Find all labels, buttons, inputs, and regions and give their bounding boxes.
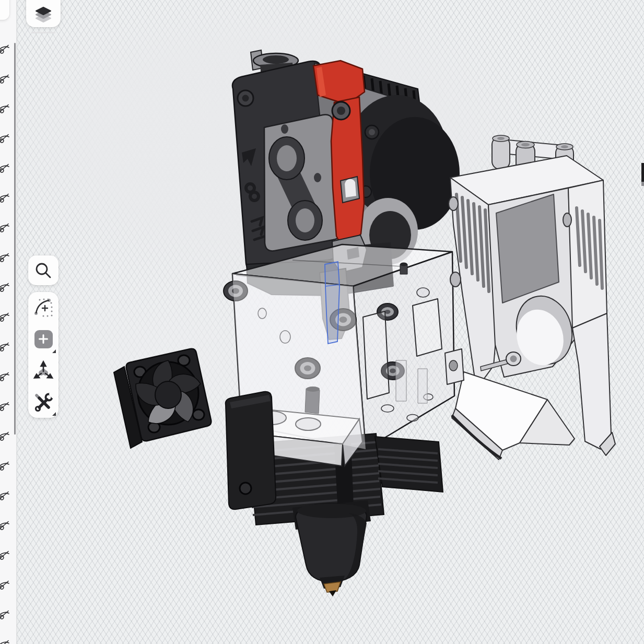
model-3d xyxy=(0,0,644,644)
search-icon xyxy=(33,260,54,281)
eye-off-icon[interactable] xyxy=(0,430,10,443)
selected-edge-highlight[interactable] xyxy=(325,262,339,344)
eye-off-icon[interactable] xyxy=(0,43,10,56)
nozzle-brass xyxy=(324,582,341,592)
items-panel xyxy=(0,0,17,644)
items-panel-row-card xyxy=(0,0,9,20)
eye-off-icon[interactable] xyxy=(0,371,10,383)
eye-off-icon[interactable] xyxy=(0,609,10,622)
eye-off-icon[interactable] xyxy=(0,222,10,235)
eye-off-icon[interactable] xyxy=(0,252,10,264)
eye-off-icon[interactable] xyxy=(0,341,10,354)
eye-off-icon[interactable] xyxy=(0,73,10,86)
offscreen-part-sliver[interactable] xyxy=(641,163,644,182)
eye-off-icon[interactable] xyxy=(0,103,10,115)
add-primitive-tool-button[interactable] xyxy=(28,323,58,355)
part-fan-shroud[interactable] xyxy=(445,135,615,460)
eye-off-icon[interactable] xyxy=(0,282,10,294)
tool-stack xyxy=(28,292,58,418)
eye-off-icon[interactable] xyxy=(0,579,10,592)
plus-chip xyxy=(34,330,53,348)
wrench-screwdriver-icon xyxy=(32,391,54,413)
toolbar-divider xyxy=(31,32,55,33)
move-arrows-icon xyxy=(32,360,54,382)
eye-off-icon[interactable] xyxy=(0,162,10,175)
part-cooling-fan[interactable] xyxy=(114,349,211,448)
eye-off-icon[interactable] xyxy=(0,133,10,145)
move-transform-tool-button[interactable] xyxy=(28,355,58,387)
search-button[interactable] xyxy=(28,255,58,285)
modify-tools-tool-button[interactable] xyxy=(28,387,58,418)
eye-off-icon[interactable] xyxy=(0,520,10,532)
eye-off-icon[interactable] xyxy=(0,311,10,324)
layers-button[interactable] xyxy=(26,0,61,27)
viewport-canvas[interactable] xyxy=(0,0,644,644)
layers-icon xyxy=(34,6,53,24)
arc-sketch-icon xyxy=(32,297,54,319)
eye-off-icon[interactable] xyxy=(0,401,10,413)
plus-icon xyxy=(38,334,49,344)
eye-off-icon[interactable] xyxy=(0,639,10,644)
eye-off-icon[interactable] xyxy=(0,460,10,473)
eye-off-icon[interactable] xyxy=(0,549,10,562)
eye-off-icon[interactable] xyxy=(0,192,10,205)
flyout-corner xyxy=(52,412,56,416)
eye-off-icon[interactable] xyxy=(0,490,10,502)
items-panel-scrollbar[interactable] xyxy=(14,43,16,435)
sketch-arc-tool-button[interactable] xyxy=(28,292,58,323)
flyout-corner xyxy=(52,349,56,353)
